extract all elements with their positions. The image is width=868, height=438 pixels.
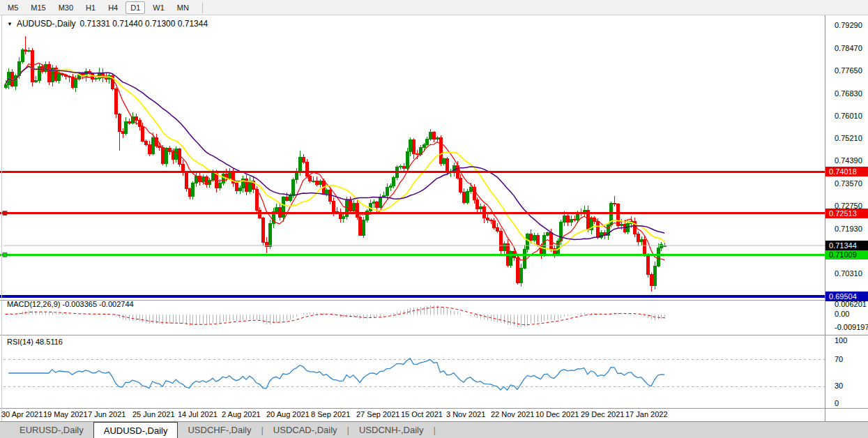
macd-axis-label: 0.00 bbox=[835, 310, 849, 318]
timeframe-toolbar: M5M15M30H1H4D1W1MN bbox=[0, 0, 868, 15]
level-price-tag: 0.72513 bbox=[825, 209, 868, 218]
time-axis-label: 17 Jan 2022 bbox=[625, 410, 668, 418]
timeframe-button-m30[interactable]: M30 bbox=[54, 1, 78, 14]
time-axis-label: 30 Apr 2021 bbox=[1, 410, 43, 418]
time-axis-label: 8 Sep 2021 bbox=[311, 410, 350, 418]
price-axis-label: 0.73570 bbox=[835, 179, 862, 188]
macd-indicator-label: MACD(12,26,9) -0.003365 -0.002744 bbox=[7, 300, 134, 308]
timeframe-button-mn[interactable]: MN bbox=[172, 1, 194, 14]
macd-name: MACD(12,26,9) bbox=[7, 300, 60, 308]
tab-audusd-daily[interactable]: AUDUSD-,Daily bbox=[93, 422, 178, 438]
time-axis-label: 19 May 2021 bbox=[43, 410, 88, 418]
level-price-tag: 0.71344 bbox=[825, 241, 868, 250]
chart-symbol-label: AUDUSD-,Daily bbox=[17, 19, 76, 29]
timeframe-button-m5[interactable]: M5 bbox=[3, 1, 23, 14]
price-axis-label: 0.77650 bbox=[835, 66, 862, 75]
rsi-axis-label: 0 bbox=[835, 399, 839, 407]
tab-usdchf-daily[interactable]: USDCHF-,Daily bbox=[178, 423, 261, 438]
time-axis-label: 2 Aug 2021 bbox=[222, 410, 261, 418]
price-axis-label: 0.75210 bbox=[835, 134, 862, 142]
rsi-name: RSI(14) bbox=[7, 338, 33, 346]
macd-values: -0.003365 -0.002744 bbox=[62, 300, 133, 308]
price-axis[interactable]: 0.792900.784700.776500.768300.760100.752… bbox=[825, 15, 868, 421]
timeframe-button-m15[interactable]: M15 bbox=[26, 1, 50, 14]
rsi-indicator-label: RSI(14) 48.5116 bbox=[7, 338, 63, 346]
time-axis-label: 7 Jun 2021 bbox=[88, 410, 125, 418]
tab-eurusd-daily[interactable]: EURUSD-,Daily bbox=[10, 423, 93, 438]
price-axis-label: 0.76830 bbox=[835, 89, 862, 98]
rsi-axis-label: 30 bbox=[835, 382, 843, 390]
time-axis-label: 3 Nov 2021 bbox=[446, 410, 485, 418]
timeframe-button-d1[interactable]: D1 bbox=[125, 1, 145, 14]
timeframe-button-h4[interactable]: H4 bbox=[103, 1, 123, 14]
rsi-axis-label: 70 bbox=[835, 355, 843, 363]
tab-usdcad-daily[interactable]: USDCAD-,Daily bbox=[264, 423, 347, 438]
rsi-axis-label: 100 bbox=[835, 336, 847, 345]
timeframe-button-w1[interactable]: W1 bbox=[148, 1, 169, 14]
time-axis-label: 27 Sep 2021 bbox=[356, 410, 399, 418]
symbol-dropdown-icon[interactable]: ▼ bbox=[7, 21, 13, 27]
ohlc-readout: 0.71331 0.71440 0.71300 0.71344 bbox=[80, 19, 208, 29]
chart-title: ▼ AUDUSD-,Daily 0.71331 0.71440 0.71300 … bbox=[7, 19, 208, 29]
chart-tab-bar: EURUSD-,DailyAUDUSD-,DailyUSDCHF-,Daily|… bbox=[0, 421, 868, 438]
time-axis-label: 10 Dec 2021 bbox=[535, 410, 579, 418]
level-price-tag: 0.74018 bbox=[825, 167, 868, 176]
price-axis-label: 0.70310 bbox=[835, 269, 862, 278]
timeframe-button-h1[interactable]: H1 bbox=[81, 1, 100, 14]
level-price-tag: 0.69504 bbox=[825, 292, 868, 301]
price-axis-label: 0.76010 bbox=[835, 112, 862, 120]
time-axis-label: 25 Jun 2021 bbox=[132, 410, 175, 418]
price-axis-label: 0.71930 bbox=[835, 225, 862, 233]
macd-axis-label: -0.009197 bbox=[835, 323, 868, 331]
price-axis-label: 0.74390 bbox=[835, 156, 862, 165]
time-axis-label: 20 Aug 2021 bbox=[266, 410, 310, 418]
tab-usdcnh-daily[interactable]: USDCNH-,Daily bbox=[349, 423, 433, 438]
terminal-window: M5M15M30H1H4D1W1MN ▼ AUDUSD-,Daily 0.713… bbox=[0, 0, 868, 438]
tab-separator: | bbox=[433, 425, 435, 438]
time-axis-label: 22 Nov 2021 bbox=[491, 410, 534, 418]
time-axis-label: 29 Dec 2021 bbox=[581, 410, 624, 418]
price-axis-label: 0.79290 bbox=[835, 21, 862, 29]
level-price-tag: 0.71009 bbox=[825, 250, 868, 259]
rsi-value: 48.5116 bbox=[36, 338, 63, 346]
time-axis[interactable]: 30 Apr 202119 May 20217 Jun 202125 Jun 2… bbox=[0, 409, 825, 421]
toolbar-separator bbox=[202, 2, 203, 13]
time-axis-label: 14 Jul 2021 bbox=[178, 410, 218, 418]
time-axis-label: 15 Oct 2021 bbox=[401, 410, 443, 418]
price-axis-label: 0.78470 bbox=[835, 44, 862, 52]
chart-canvas[interactable] bbox=[0, 0, 868, 438]
